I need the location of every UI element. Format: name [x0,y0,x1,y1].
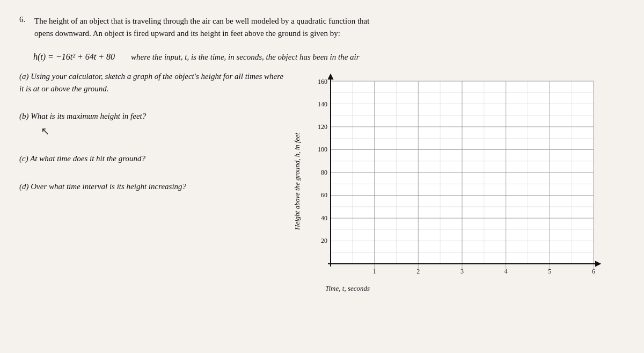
x-label-1: 1 [373,268,376,275]
problem-header: 6. The height of an object that is trave… [19,15,625,40]
page: 6. The height of an object that is trave… [19,15,625,293]
problem-number: 6. [19,15,31,24]
graph-container: Height above the ground, h, in feet [293,70,625,293]
question-d-text: (d) Over what time interval is its heigh… [19,182,186,191]
question-c-text: (c) At what time does it hit the ground? [19,154,145,163]
y-label-160: 160 [318,78,327,85]
problem-intro: The height of an object that is travelin… [34,15,369,40]
question-b-text: (b) What is its maximum height in feet? [19,112,146,120]
y-label-80: 80 [321,169,327,176]
x-label-2: 2 [416,268,420,275]
y-label-60: 60 [321,191,327,199]
question-c: (c) At what time does it hit the ground? [19,153,288,165]
formula: h(t) = −16t² + 64t + 80 [33,52,115,62]
coordinate-graph: 20 40 60 80 100 120 140 160 [304,70,604,280]
y-axis-label: Height above the ground, h, in feet [293,85,302,278]
question-a-text: (a) Using your calculator, sketch a grap… [19,72,283,93]
y-label-120: 120 [318,123,327,131]
formula-line: h(t) = −16t² + 64t + 80 where the input,… [33,52,625,62]
y-label-20: 20 [321,237,327,244]
main-content: (a) Using your calculator, sketch a grap… [19,70,625,293]
x-label-4: 4 [504,268,508,275]
x-label-6: 6 [592,268,595,275]
y-label-40: 40 [321,214,327,222]
y-label-140: 140 [318,100,327,108]
questions-column: (a) Using your calculator, sketch a grap… [19,70,288,208]
x-axis-label: Time, t, seconds [304,284,370,293]
graph-area: 20 40 60 80 100 120 140 160 [304,70,604,293]
x-label-3: 3 [460,268,464,275]
x-label-5: 5 [548,268,551,275]
question-b: (b) What is its maximum height in feet? … [19,110,288,138]
graph-svg: 20 40 60 80 100 120 140 160 [304,70,604,282]
graph-wrapper: Height above the ground, h, in feet [293,70,604,293]
y-label-100: 100 [318,146,327,153]
formula-description: where the input, t, is the time, in seco… [131,53,360,62]
cursor-symbol: ↖ [41,125,288,138]
question-a: (a) Using your calculator, sketch a grap… [19,70,288,96]
intro-line1: The height of an object that is travelin… [34,17,369,25]
svg-marker-45 [328,75,333,79]
question-d: (d) Over what time interval is its heigh… [19,181,288,193]
intro-line2: opens downward. An object is fired upwar… [34,29,340,38]
svg-marker-47 [596,262,600,266]
